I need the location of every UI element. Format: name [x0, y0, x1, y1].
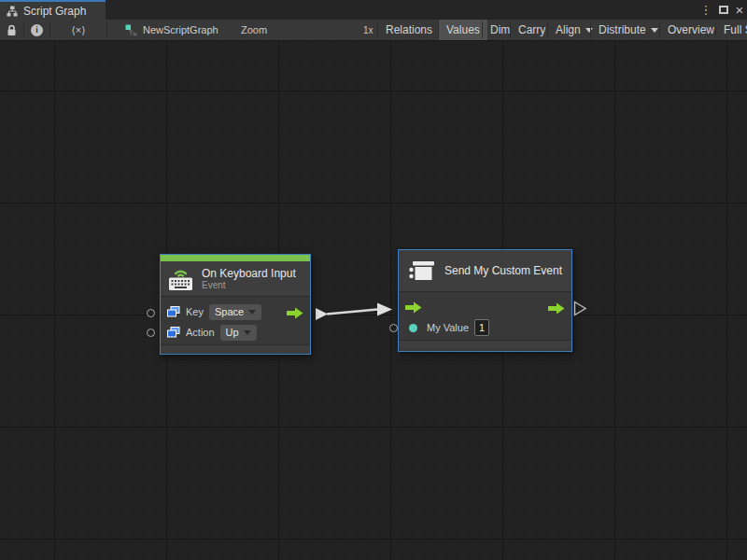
- my-value-input-port[interactable]: [389, 324, 398, 332]
- node-subtitle: Event: [202, 280, 296, 291]
- flow-row: [399, 297, 571, 317]
- graph-name-item[interactable]: NewScriptGraph: [125, 20, 218, 40]
- port-label-my-value: My Value: [427, 322, 469, 333]
- port-row-action: Action Up: [161, 322, 310, 343]
- keyboard-event-icon: [168, 267, 193, 291]
- chevron-down-icon: [248, 310, 256, 315]
- chevron-down-icon: [244, 330, 251, 335]
- node-header: On Keyboard Input Event: [161, 261, 310, 297]
- action-dropdown[interactable]: Up: [220, 325, 257, 341]
- graph-canvas[interactable]: [0, 41, 747, 560]
- close-icon[interactable]: ×: [732, 0, 747, 20]
- fullscreen-button[interactable]: Full Screen: [716, 20, 747, 40]
- node-title: Send My Custom Event: [444, 264, 562, 277]
- key-input-port[interactable]: [147, 309, 155, 317]
- graph-asset-icon: [125, 24, 137, 36]
- values-button[interactable]: Values: [439, 20, 487, 40]
- port-row-key: Key Space: [161, 301, 310, 322]
- graph-toolbar: i ⟨×⟩ NewScriptGraph Zoom 1x Relations V…: [0, 20, 747, 41]
- overview-button[interactable]: Overview: [660, 20, 722, 40]
- port-label-key: Key: [186, 306, 204, 317]
- chevron-down-icon: [651, 28, 658, 33]
- lock-icon: [7, 24, 17, 36]
- node-header: Send My Custom Event: [399, 250, 571, 292]
- lock-button[interactable]: [0, 20, 23, 40]
- info-button[interactable]: i: [24, 20, 49, 40]
- node-body: Key Space Action Up: [161, 297, 310, 344]
- hierarchy-icon: [7, 6, 18, 17]
- angle-brackets-icon: ⟨×⟩: [71, 24, 85, 36]
- flow-output-arrow-icon[interactable]: [548, 301, 565, 318]
- node-on-keyboard-input[interactable]: On Keyboard Input Event Key Space: [160, 254, 311, 355]
- flow-output-arrow-icon[interactable]: [287, 306, 303, 323]
- node-title: On Keyboard Input: [202, 267, 296, 280]
- graph-name-label: NewScriptGraph: [143, 24, 218, 35]
- tab-title: Script Graph: [23, 5, 86, 18]
- script-graph-window: Script Graph ⋮ × i ⟨×⟩: [0, 0, 747, 560]
- flow-input-arrow-icon[interactable]: [405, 301, 422, 314]
- tab-script-graph[interactable]: Script Graph: [0, 0, 106, 20]
- info-icon: i: [31, 24, 43, 36]
- window-menu-icon[interactable]: ⋮: [698, 0, 713, 20]
- flow-output-port[interactable]: [573, 301, 587, 316]
- enum-icon: [167, 327, 180, 338]
- key-dropdown[interactable]: Space: [209, 304, 261, 320]
- node-send-my-custom-event[interactable]: Send My Custom Event My Value 1: [398, 249, 572, 352]
- enum-icon: [167, 306, 180, 317]
- tab-bar: Script Graph ⋮ ×: [0, 0, 747, 20]
- event-color-bar: [161, 255, 310, 261]
- distribute-button[interactable]: Distribute: [591, 20, 666, 40]
- maximize-icon[interactable]: [715, 0, 732, 20]
- port-label-action: Action: [186, 327, 215, 338]
- edit-graph-button[interactable]: ⟨×⟩: [50, 20, 106, 40]
- node-footer: [161, 344, 310, 353]
- node-footer: [399, 340, 571, 348]
- relations-button[interactable]: Relations: [378, 20, 440, 40]
- action-input-port[interactable]: [147, 329, 155, 337]
- zoom-label: Zoom: [241, 20, 267, 40]
- value-port-dot-icon[interactable]: [409, 324, 417, 332]
- port-row-my-value: My Value 1: [399, 317, 571, 338]
- zoom-value: 1x: [363, 20, 374, 40]
- my-value-input[interactable]: 1: [474, 319, 489, 336]
- custom-event-icon: [408, 259, 436, 284]
- node-body: My Value 1: [399, 292, 571, 340]
